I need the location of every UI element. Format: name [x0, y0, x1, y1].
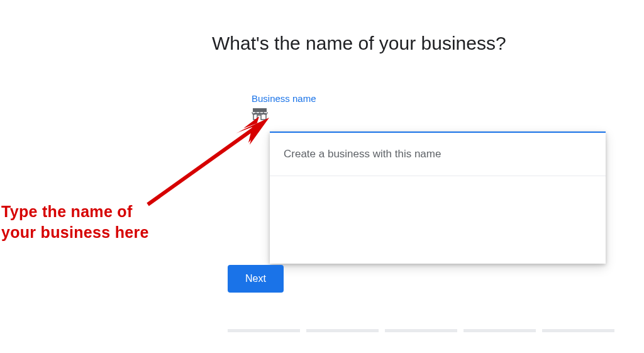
progress-segment — [306, 329, 379, 332]
page-title: What's the name of your business? — [212, 33, 506, 54]
progress-segment — [385, 329, 457, 332]
annotation-line2: your business here — [1, 222, 149, 243]
svg-rect-0 — [253, 108, 267, 112]
progress-bar — [228, 329, 614, 332]
create-business-option[interactable]: Create a business with this name — [270, 133, 606, 176]
progress-segment — [542, 329, 614, 332]
business-name-dropdown: Create a business with this name — [270, 132, 606, 264]
field-label: Business name — [252, 93, 316, 104]
annotation-line1: Type the name of — [1, 201, 149, 222]
storefront-icon — [252, 107, 268, 125]
progress-segment — [228, 329, 300, 332]
annotation-callout: Type the name of your business here — [1, 201, 149, 242]
next-button[interactable]: Next — [228, 265, 284, 293]
progress-segment — [464, 329, 536, 332]
